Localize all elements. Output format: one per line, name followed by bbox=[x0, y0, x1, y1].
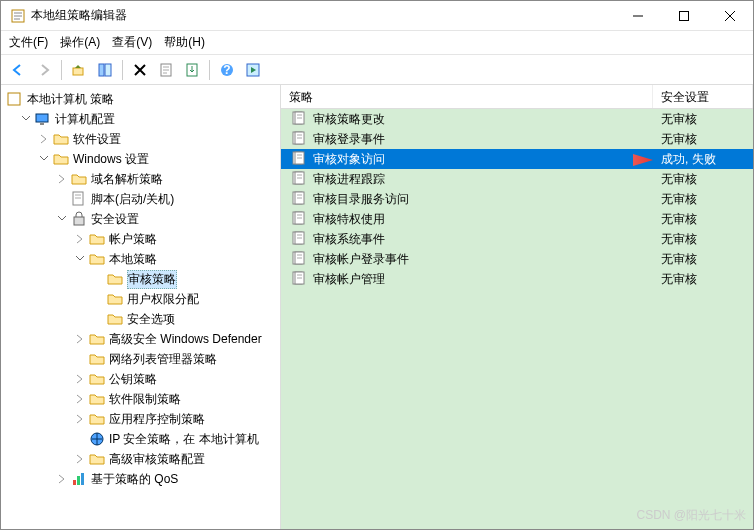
list-body[interactable]: 审核策略更改无审核审核登录事件无审核审核对象访问成功, 失败审核进程跟踪无审核审… bbox=[281, 109, 753, 529]
list-row[interactable]: 审核登录事件无审核 bbox=[281, 129, 753, 149]
up-button[interactable] bbox=[68, 59, 90, 81]
tree-advanced-audit[interactable]: 高级审核策略配置 bbox=[1, 449, 281, 469]
expand-icon[interactable] bbox=[73, 412, 87, 426]
back-button[interactable] bbox=[7, 59, 29, 81]
tree-windows-settings[interactable]: Windows 设置 bbox=[1, 149, 281, 169]
folder-icon bbox=[89, 451, 105, 467]
window-title: 本地组策略编辑器 bbox=[31, 7, 615, 24]
expand-icon[interactable] bbox=[73, 452, 87, 466]
export-list-button[interactable] bbox=[181, 59, 203, 81]
collapse-icon[interactable] bbox=[73, 252, 87, 266]
title-bar: 本地组策略编辑器 bbox=[1, 1, 753, 31]
tree-pane[interactable]: 本地计算机 策略 计算机配置 软件设置 Windows 设置 域名解析策略 bbox=[1, 85, 281, 529]
list-row[interactable]: 审核目录服务访问无审核 bbox=[281, 189, 753, 209]
expand-icon[interactable] bbox=[73, 392, 87, 406]
folder-icon bbox=[107, 311, 123, 327]
svg-rect-14 bbox=[74, 217, 84, 225]
policy-name: 审核目录服务访问 bbox=[313, 191, 409, 208]
column-policy[interactable]: 策略 bbox=[281, 85, 653, 108]
collapse-icon[interactable] bbox=[55, 212, 69, 226]
tree-local-policy[interactable]: 本地策略 bbox=[1, 249, 281, 269]
tree-user-rights[interactable]: 用户权限分配 bbox=[1, 289, 281, 309]
forward-button[interactable] bbox=[33, 59, 55, 81]
policy-name: 审核帐户管理 bbox=[313, 271, 385, 288]
policy-item-icon bbox=[291, 111, 307, 127]
tree-dns-policy[interactable]: 域名解析策略 bbox=[1, 169, 281, 189]
folder-icon bbox=[89, 251, 105, 267]
collapse-icon[interactable] bbox=[37, 152, 51, 166]
minimize-button[interactable] bbox=[615, 1, 661, 31]
folder-icon bbox=[53, 131, 69, 147]
list-pane: 策略 安全设置 审核策略更改无审核审核登录事件无审核审核对象访问成功, 失败审核… bbox=[281, 85, 753, 529]
list-row[interactable]: 审核进程跟踪无审核 bbox=[281, 169, 753, 189]
column-setting[interactable]: 安全设置 bbox=[653, 85, 753, 108]
tree-computer-config[interactable]: 计算机配置 bbox=[1, 109, 281, 129]
svg-rect-10 bbox=[8, 93, 20, 105]
tree-app-control[interactable]: 应用程序控制策略 bbox=[1, 409, 281, 429]
policy-item-icon bbox=[291, 191, 307, 207]
list-row[interactable]: 审核对象访问成功, 失败 bbox=[281, 149, 753, 169]
policy-setting: 无审核 bbox=[661, 111, 697, 128]
tree-software-settings[interactable]: 软件设置 bbox=[1, 129, 281, 149]
svg-rect-2 bbox=[73, 68, 83, 75]
folder-icon bbox=[71, 171, 87, 187]
svg-rect-18 bbox=[81, 473, 84, 485]
script-icon bbox=[71, 191, 87, 207]
computer-icon bbox=[35, 111, 51, 127]
folder-icon bbox=[89, 411, 105, 427]
svg-rect-16 bbox=[73, 480, 76, 485]
maximize-button[interactable] bbox=[661, 1, 707, 31]
list-row[interactable]: 审核策略更改无审核 bbox=[281, 109, 753, 129]
expand-icon[interactable] bbox=[55, 172, 69, 186]
policy-item-icon bbox=[291, 271, 307, 287]
tree-security-settings[interactable]: 安全设置 bbox=[1, 209, 281, 229]
tree-ipsec[interactable]: IP 安全策略，在 本地计算机 bbox=[1, 429, 281, 449]
policy-item-icon bbox=[291, 231, 307, 247]
policy-name: 审核对象访问 bbox=[313, 151, 385, 168]
show-hide-tree-button[interactable] bbox=[94, 59, 116, 81]
main-area: 本地计算机 策略 计算机配置 软件设置 Windows 设置 域名解析策略 bbox=[1, 85, 753, 529]
folder-icon bbox=[89, 371, 105, 387]
close-button[interactable] bbox=[707, 1, 753, 31]
run-button[interactable] bbox=[242, 59, 264, 81]
properties-button[interactable] bbox=[155, 59, 177, 81]
svg-rect-3 bbox=[99, 64, 104, 76]
list-row[interactable]: 审核系统事件无审核 bbox=[281, 229, 753, 249]
expand-icon[interactable] bbox=[55, 472, 69, 486]
tree-software-restrict[interactable]: 软件限制策略 bbox=[1, 389, 281, 409]
delete-button[interactable] bbox=[129, 59, 151, 81]
tree-scripts[interactable]: 脚本(启动/关机) bbox=[1, 189, 281, 209]
expand-icon[interactable] bbox=[73, 372, 87, 386]
svg-rect-12 bbox=[40, 123, 44, 125]
collapse-icon[interactable] bbox=[19, 112, 33, 126]
tree-network-list[interactable]: 网络列表管理器策略 bbox=[1, 349, 281, 369]
menu-view[interactable]: 查看(V) bbox=[112, 34, 152, 51]
svg-rect-11 bbox=[36, 114, 48, 122]
policy-name: 审核进程跟踪 bbox=[313, 171, 385, 188]
tree-security-options[interactable]: 安全选项 bbox=[1, 309, 281, 329]
policy-item-icon bbox=[291, 171, 307, 187]
help-button[interactable]: ? bbox=[216, 59, 238, 81]
menu-help[interactable]: 帮助(H) bbox=[164, 34, 205, 51]
menu-action[interactable]: 操作(A) bbox=[60, 34, 100, 51]
tree-audit-policy[interactable]: 审核策略 bbox=[1, 269, 281, 289]
menu-file[interactable]: 文件(F) bbox=[9, 34, 48, 51]
svg-rect-4 bbox=[105, 64, 111, 76]
list-row[interactable]: 审核特权使用无审核 bbox=[281, 209, 753, 229]
svg-rect-1 bbox=[680, 11, 689, 20]
tree-qos[interactable]: 基于策略的 QoS bbox=[1, 469, 281, 489]
tree-root[interactable]: 本地计算机 策略 bbox=[1, 89, 281, 109]
tree-public-key[interactable]: 公钥策略 bbox=[1, 369, 281, 389]
policy-item-icon bbox=[291, 151, 307, 167]
tree-defender[interactable]: 高级安全 Windows Defender bbox=[1, 329, 281, 349]
expand-icon[interactable] bbox=[73, 332, 87, 346]
tree-account-policy[interactable]: 帐户策略 bbox=[1, 229, 281, 249]
folder-icon bbox=[89, 331, 105, 347]
folder-icon bbox=[53, 151, 69, 167]
list-row[interactable]: 审核帐户登录事件无审核 bbox=[281, 249, 753, 269]
policy-item-icon bbox=[291, 251, 307, 267]
list-row[interactable]: 审核帐户管理无审核 bbox=[281, 269, 753, 289]
folder-icon bbox=[89, 351, 105, 367]
expand-icon[interactable] bbox=[73, 232, 87, 246]
expand-icon[interactable] bbox=[37, 132, 51, 146]
